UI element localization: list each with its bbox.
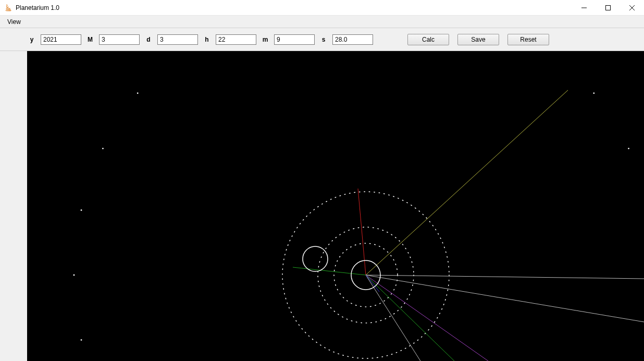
titlebar: Planetarium 1.0 [0, 0, 644, 16]
label-sec: s [318, 36, 329, 43]
planetarium-canvas[interactable] [27, 51, 644, 361]
input-day[interactable] [157, 34, 198, 45]
canvas-container [0, 51, 644, 361]
svg-point-6 [73, 275, 75, 276]
reset-button[interactable]: Reset [507, 34, 549, 45]
svg-rect-1 [606, 5, 611, 10]
svg-point-5 [81, 339, 82, 341]
label-day: d [143, 36, 154, 43]
svg-point-7 [81, 209, 82, 211]
label-month: M [84, 36, 96, 43]
maximize-button[interactable] [596, 0, 620, 15]
label-hour: h [201, 36, 213, 43]
svg-rect-4 [27, 51, 644, 361]
menubar: View [0, 16, 644, 28]
input-year[interactable] [41, 34, 81, 45]
svg-point-8 [102, 148, 104, 150]
svg-point-11 [628, 148, 629, 150]
input-hour[interactable] [216, 34, 256, 45]
svg-point-10 [593, 92, 595, 94]
minimize-button[interactable] [572, 0, 596, 15]
input-month[interactable] [99, 34, 140, 45]
toolbar: y M d h m s Calc Save Reset [0, 28, 644, 51]
window-title: Planetarium 1.0 [16, 4, 59, 11]
label-min: m [259, 36, 271, 43]
window-controls [572, 0, 644, 15]
label-year: y [26, 36, 38, 43]
calc-button[interactable]: Calc [407, 34, 449, 45]
input-sec[interactable] [332, 34, 373, 45]
java-app-icon [4, 4, 13, 12]
menu-view[interactable]: View [3, 17, 25, 27]
save-button[interactable]: Save [457, 34, 499, 45]
svg-point-9 [137, 92, 139, 94]
input-min[interactable] [274, 34, 315, 45]
close-button[interactable] [620, 0, 644, 15]
